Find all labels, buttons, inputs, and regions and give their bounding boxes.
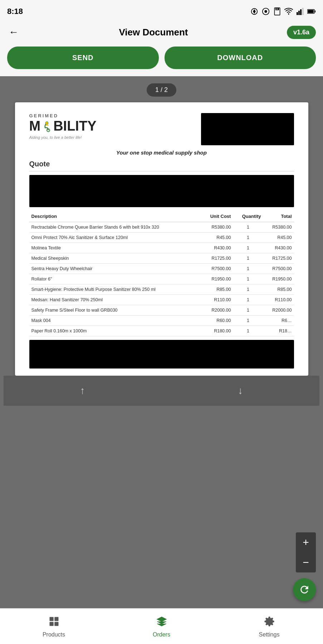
cell-total: R85.00 [263,284,294,295]
cell-quantity: 1 [233,274,263,284]
table-row: Mask 004R60.001R6… [29,316,294,326]
nav-item-orders[interactable]: Orders [108,616,215,638]
svg-rect-17 [49,617,53,621]
cell-description: Molinea Textile [29,243,201,253]
table-row: Safety Frame S/Steel Floor to wall GRB03… [29,305,294,316]
cell-quantity: 1 [233,222,263,233]
quote-table: Description Unit Cost Quantity Total Rec… [29,211,294,336]
cell-total: R2000.00 [263,305,294,316]
download-button[interactable]: DOWNLOAD [165,47,316,69]
col-description: Description [29,211,201,222]
refresh-icon [299,584,310,595]
cell-total: R1725.00 [263,253,294,264]
svg-rect-20 [54,622,58,626]
cell-unit-cost: R180.00 [201,326,233,336]
battery-icon [307,7,316,16]
cell-unit-cost: R110.00 [201,295,233,305]
status-icons [250,7,316,16]
cell-description: Omni Protect 70% Alc Sanitizer & Surface… [29,233,201,243]
cell-description: Safety Frame S/Steel Floor to wall GRB03… [29,305,201,316]
nav-item-settings[interactable]: Settings [215,616,323,638]
cell-unit-cost: R2000.00 [201,305,233,316]
bottom-navigation: Products Orders Settings [0,608,323,644]
table-row: Paper Roll 0.160m x 1000mR180.001R18… [29,326,294,336]
zoom-controls: + − [296,532,316,572]
signal-icon [296,7,304,16]
action-buttons: SEND DOWNLOAD [0,47,323,76]
doc-subtitle: Your one stop medical supply shop [29,150,294,156]
table-row: Sentra Heavy Duty WheelchairR7500.001R75… [29,264,294,274]
cell-description: Rectractable Chrome Queue Barrier Stands… [29,222,201,233]
cell-description: Paper Roll 0.160m x 1000m [29,326,201,336]
cell-description: Sentra Heavy Duty Wheelchair [29,264,201,274]
cell-description: Rollator 6" [29,274,201,284]
wheelchair-icon [41,121,53,132]
table-row: Molinea TextileR430.001R430.00 [29,243,294,253]
cell-total: R6… [263,316,294,326]
redacted-footer-box [29,340,294,369]
cell-quantity: 1 [233,233,263,243]
svg-rect-19 [49,622,53,626]
cell-total: R110.00 [263,295,294,305]
status-bar: 8:18 [0,0,323,21]
cell-total: R1950.00 [263,274,294,284]
company-logo: GERIMED M [29,113,97,140]
svg-rect-13 [314,10,315,13]
cell-unit-cost: R5380.00 [201,222,233,233]
cell-total: R430.00 [263,243,294,253]
back-button[interactable]: ← [7,25,20,39]
logo-bility-text: BILITY [53,118,96,134]
prev-page-button[interactable]: ↑ [66,382,99,399]
table-header-row: Description Unit Cost Quantity Total [29,211,294,222]
cell-unit-cost: R1950.00 [201,274,233,284]
table-row: Rectractable Chrome Queue Barrier Stands… [29,222,294,233]
settings-label: Settings [259,631,280,638]
table-row: Rollator 6"R1950.001R1950.00 [29,274,294,284]
svg-rect-5 [276,9,277,10]
nav-item-products[interactable]: Products [0,616,108,638]
cell-unit-cost: R1725.00 [201,253,233,264]
cell-total: R18… [263,326,294,336]
redacted-info-box [29,175,294,207]
zoom-out-button[interactable]: − [296,552,316,572]
document-page: GERIMED M [15,102,308,376]
cell-total: R5380.00 [263,222,294,233]
page-indicator: 1 / 2 [147,83,176,97]
cell-quantity: 1 [233,305,263,316]
col-total: Total [263,211,294,222]
zoom-in-button[interactable]: + [296,532,316,552]
orders-icon [156,616,167,629]
next-page-button[interactable]: ↓ [224,382,257,399]
header: ← View Document v1.6a [0,21,323,47]
cell-total: R45.00 [263,233,294,243]
doc-quote-title: Quote [29,160,294,168]
cell-description: Medsan: Hand Sanitizer 70% 250ml [29,295,201,305]
cell-quantity: 1 [233,326,263,336]
table-row: Smart-Hygiene: Protective Multi Purpose … [29,284,294,295]
settings-icon [264,616,275,629]
cell-unit-cost: R85.00 [201,284,233,295]
svg-rect-10 [302,8,304,15]
orders-label: Orders [153,631,170,638]
cell-quantity: 1 [233,295,263,305]
refresh-fab[interactable] [293,578,316,601]
cell-quantity: 1 [233,264,263,274]
cell-quantity: 1 [233,284,263,295]
status-time: 8:18 [7,7,23,16]
page-navigation: ↑ ↓ [4,376,319,406]
cell-description: Medical Sheepskin [29,253,201,264]
wifi-icon [284,7,293,16]
cell-unit-cost: R430.00 [201,243,233,253]
cell-total: R7500.00 [263,264,294,274]
memory-icon [273,7,282,16]
table-row: Medsan: Hand Sanitizer 70% 250mlR110.001… [29,295,294,305]
cell-description: Smart-Hygiene: Protective Multi Purpose … [29,284,201,295]
doc-divider-1 [29,171,294,171]
svg-rect-12 [308,10,314,13]
table-row: Omni Protect 70% Alc Sanitizer & Surface… [29,233,294,243]
send-button[interactable]: SEND [7,47,159,69]
cell-unit-cost: R45.00 [201,233,233,243]
lastpass-icon [261,7,270,16]
svg-rect-9 [300,9,302,15]
logo-m-letter: M [29,118,41,134]
